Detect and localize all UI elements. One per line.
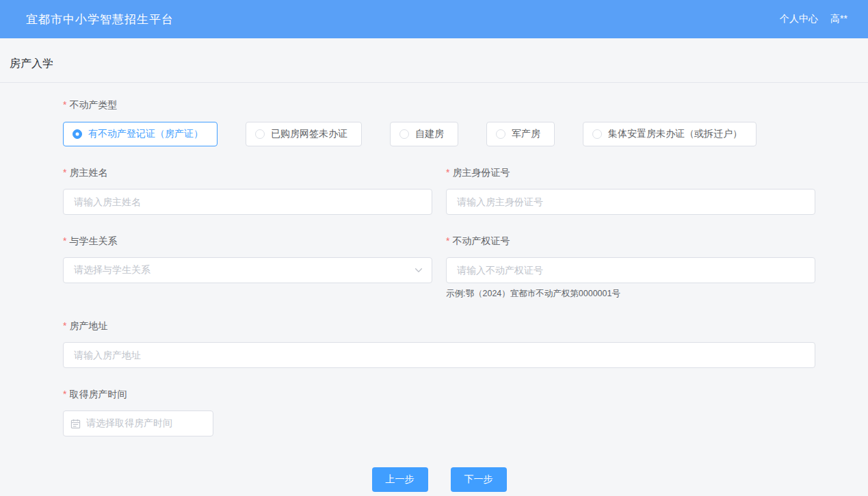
owner-name-input[interactable] [63, 189, 432, 215]
page-title: 房产入学 [0, 38, 868, 83]
address-input[interactable] [63, 342, 815, 368]
radio-option-label: 军产房 [512, 128, 540, 140]
prev-step-button[interactable]: 上一步 [372, 467, 428, 492]
required-mark: * [63, 235, 66, 246]
radio-option-self-built[interactable]: 自建房 [390, 122, 458, 146]
radio-icon [73, 129, 82, 139]
owner-id-input[interactable] [446, 189, 815, 215]
relation-select[interactable]: 请选择与学生关系 [63, 257, 432, 283]
required-mark: * [446, 167, 449, 178]
relation-group: *与学生关系 请选择与学生关系 [63, 234, 432, 300]
radio-option-label: 已购房网签未办证 [271, 128, 347, 140]
required-mark: * [63, 389, 66, 400]
certificate-number-label: *不动产权证号 [446, 234, 815, 248]
radio-icon [592, 129, 602, 139]
required-mark: * [63, 99, 66, 110]
radio-option-label: 有不动产登记证（房产证） [88, 128, 203, 140]
acquire-time-label: *取得房产时间 [63, 387, 815, 401]
property-enrollment-form: *不动产类型 有不动产登记证（房产证） 已购房网签未办证 自建房 军产房 集体安… [0, 83, 868, 492]
acquire-time-datepicker[interactable]: 请选择取得房产时间 [63, 410, 213, 436]
certificate-number-hint: 示例:鄂（2024）宜都市不动产权第0000001号 [446, 288, 815, 300]
certificate-number-group: *不动产权证号 示例:鄂（2024）宜都市不动产权第0000001号 [446, 234, 815, 300]
certificate-number-input[interactable] [446, 257, 815, 283]
radio-icon [255, 129, 265, 139]
radio-option-signed-no-certificate[interactable]: 已购房网签未办证 [246, 122, 362, 146]
address-group: *房产地址 [63, 319, 815, 368]
relation-label: *与学生关系 [63, 234, 432, 248]
app-header: 宜都市中小学智慧招生平台 个人中心 高** [0, 0, 868, 38]
radio-option-military[interactable]: 军产房 [486, 122, 555, 146]
calendar-icon [70, 419, 81, 429]
required-mark: * [446, 235, 449, 246]
next-step-button[interactable]: 下一步 [451, 467, 507, 492]
radio-option-has-certificate[interactable]: 有不动产登记证（房产证） [63, 122, 218, 146]
required-mark: * [63, 320, 66, 331]
owner-name-group: *房主姓名 [63, 166, 432, 215]
relation-select-placeholder: 请选择与学生关系 [74, 264, 150, 276]
address-label: *房产地址 [63, 319, 815, 332]
property-type-radio-group: 有不动产登记证（房产证） 已购房网签未办证 自建房 军产房 集体安置房未办证（或… [63, 122, 815, 146]
username[interactable]: 高** [830, 13, 847, 25]
app-title: 宜都市中小学智慧招生平台 [26, 12, 174, 27]
radio-icon [399, 129, 409, 139]
property-type-label: *不动产类型 [63, 98, 815, 112]
owner-name-label: *房主姓名 [63, 166, 432, 179]
radio-option-label: 集体安置房未办证（或拆迁户） [608, 128, 742, 140]
owner-id-label: *房主身份证号 [446, 166, 815, 179]
chevron-down-icon [414, 265, 423, 275]
personal-center-link[interactable]: 个人中心 [780, 13, 818, 25]
acquire-time-group: *取得房产时间 请选择取得房产时间 [63, 387, 815, 436]
radio-option-label: 自建房 [415, 128, 444, 140]
radio-option-collective-resettlement[interactable]: 集体安置房未办证（或拆迁户） [583, 122, 757, 146]
owner-id-group: *房主身份证号 [446, 166, 815, 215]
required-mark: * [63, 167, 66, 178]
form-actions: 上一步 下一步 [63, 467, 815, 492]
acquire-time-placeholder: 请选择取得房产时间 [86, 417, 172, 430]
radio-icon [496, 129, 505, 139]
